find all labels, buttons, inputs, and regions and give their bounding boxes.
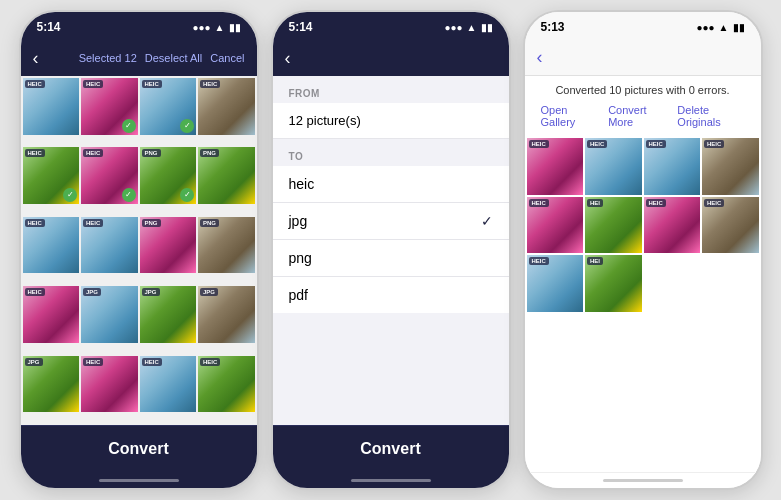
format-option[interactable]: jpg✓ xyxy=(273,203,509,240)
gallery-cell[interactable]: HEIC✓ xyxy=(23,147,80,204)
format-badge: JPG xyxy=(25,358,43,366)
battery-icon: ▮▮ xyxy=(229,22,241,33)
phone-3: 5:13 ●●● ▲ ▮▮ ‹ Converted 10 pictures wi… xyxy=(523,10,763,490)
signal-icon-3: ●●● xyxy=(696,22,714,33)
convert-button-1[interactable]: Convert xyxy=(21,425,257,472)
result-format-badge: HEIC xyxy=(529,199,549,207)
home-line-1 xyxy=(99,479,179,482)
wifi-icon: ▲ xyxy=(215,22,225,33)
gallery-cell[interactable]: HEIC xyxy=(23,78,80,135)
result-message: Converted 10 pictures with 0 errors. xyxy=(525,76,761,100)
format-badge: PNG xyxy=(200,149,219,157)
gallery-cell[interactable]: HEIC xyxy=(198,356,255,413)
gallery-cell[interactable]: HEIC xyxy=(23,217,80,274)
result-cell: HEI xyxy=(585,255,642,312)
status-icons-2: ●●● ▲ ▮▮ xyxy=(444,22,492,33)
format-badge: JPG xyxy=(142,288,160,296)
gallery-cell[interactable]: HEIC xyxy=(81,217,138,274)
gallery-cell[interactable]: PNG xyxy=(140,217,197,274)
gallery-cell[interactable]: JPG xyxy=(23,356,80,413)
format-label: pdf xyxy=(289,287,308,303)
gallery-cell[interactable]: HEIC xyxy=(23,286,80,343)
result-cell: HEIC xyxy=(702,197,759,254)
gallery-cell[interactable]: HEIC✓ xyxy=(81,78,138,135)
status-bar-1: 5:14 ●●● ▲ ▮▮ xyxy=(21,12,257,40)
format-badge: HEIC xyxy=(25,149,45,157)
wifi-icon-3: ▲ xyxy=(719,22,729,33)
result-action-link[interactable]: Delete Originals xyxy=(677,104,744,128)
home-indicator-2 xyxy=(273,472,509,488)
result-format-badge: HEI xyxy=(587,199,603,207)
format-badge: HEIC xyxy=(142,80,162,88)
header-bar-1: ‹ Selected 12 Deselect All Cancel xyxy=(21,40,257,76)
format-badge: HEIC xyxy=(83,358,103,366)
home-line-3 xyxy=(603,479,683,482)
result-format-badge: HEIC xyxy=(704,140,724,148)
format-label: png xyxy=(289,250,312,266)
selected-check: ✓ xyxy=(180,119,194,133)
battery-icon-3: ▮▮ xyxy=(733,22,745,33)
back-button-1[interactable]: ‹ xyxy=(33,48,39,69)
back-button-3[interactable]: ‹ xyxy=(537,47,543,68)
gallery-cell[interactable]: JPG xyxy=(81,286,138,343)
selected-check: ✓ xyxy=(122,188,136,202)
result-format-badge: HEIC xyxy=(646,140,666,148)
result-cell: HEIC xyxy=(527,138,584,195)
to-label: TO xyxy=(273,139,509,166)
gallery-cell[interactable]: HEIC xyxy=(140,356,197,413)
gallery-cell[interactable]: HEIC xyxy=(198,78,255,135)
gallery-cell[interactable]: JPG xyxy=(140,286,197,343)
result-action-link[interactable]: Convert More xyxy=(608,104,665,128)
home-indicator-1 xyxy=(21,472,257,488)
signal-icon: ●●● xyxy=(192,22,210,33)
phone-2: 5:14 ●●● ▲ ▮▮ ‹ FROM 12 picture(s) TO he… xyxy=(271,10,511,490)
result-format-badge: HEIC xyxy=(587,140,607,148)
format-badge: JPG xyxy=(200,288,218,296)
format-badge: HEIC xyxy=(25,219,45,227)
gallery-content: HEICHEIC✓HEIC✓HEICHEIC✓HEIC✓PNG✓PNGHEICH… xyxy=(21,76,257,425)
header-bar-3: ‹ xyxy=(525,40,761,76)
selected-count-label: Selected 12 xyxy=(79,52,137,64)
signal-icon-2: ●●● xyxy=(444,22,462,33)
format-badge: PNG xyxy=(142,219,161,227)
deselect-all-button[interactable]: Deselect All xyxy=(145,52,202,64)
format-selected-icon: ✓ xyxy=(481,213,493,229)
cancel-button-1[interactable]: Cancel xyxy=(210,52,244,64)
time-2: 5:14 xyxy=(289,20,313,34)
result-cell: HEIC xyxy=(644,138,701,195)
format-badge: HEIC xyxy=(83,80,103,88)
gallery-cell[interactable]: PNG xyxy=(198,217,255,274)
format-badge: HEIC xyxy=(25,80,45,88)
result-action-link[interactable]: Open Gallery xyxy=(541,104,597,128)
back-button-2[interactable]: ‹ xyxy=(285,48,291,69)
format-badge: PNG xyxy=(142,149,161,157)
time-3: 5:13 xyxy=(541,20,565,34)
status-icons-3: ●●● ▲ ▮▮ xyxy=(696,22,744,33)
format-badge: HEIC xyxy=(200,358,220,366)
format-option[interactable]: heic xyxy=(273,166,509,203)
gallery-cell[interactable]: HEIC xyxy=(81,356,138,413)
gallery-cell[interactable]: PNG✓ xyxy=(140,147,197,204)
gallery-cell[interactable]: HEIC✓ xyxy=(140,78,197,135)
header-bar-2: ‹ xyxy=(273,40,509,76)
phone-1: 5:14 ●●● ▲ ▮▮ ‹ Selected 12 Deselect All… xyxy=(19,10,259,490)
gallery-cell[interactable]: HEIC✓ xyxy=(81,147,138,204)
convert-button-2[interactable]: Convert xyxy=(273,425,509,472)
status-bar-2: 5:14 ●●● ▲ ▮▮ xyxy=(273,12,509,40)
format-option[interactable]: png xyxy=(273,240,509,277)
from-label: FROM xyxy=(273,76,509,103)
wifi-icon-2: ▲ xyxy=(467,22,477,33)
result-cell: HEIC xyxy=(527,197,584,254)
gallery-cell[interactable]: JPG xyxy=(198,286,255,343)
selected-check: ✓ xyxy=(122,119,136,133)
result-cell: HEIC xyxy=(527,255,584,312)
time-1: 5:14 xyxy=(37,20,61,34)
result-grid: HEICHEICHEICHEICHEICHEIHEICHEICHEICHEI xyxy=(525,136,761,314)
result-actions: Open GalleryConvert MoreDelete Originals xyxy=(525,100,761,136)
format-option[interactable]: pdf xyxy=(273,277,509,313)
header-actions-1: Selected 12 Deselect All Cancel xyxy=(79,52,245,64)
status-icons-1: ●●● ▲ ▮▮ xyxy=(192,22,240,33)
selected-check: ✓ xyxy=(63,188,77,202)
gallery-cell[interactable]: PNG xyxy=(198,147,255,204)
format-badge: JPG xyxy=(83,288,101,296)
